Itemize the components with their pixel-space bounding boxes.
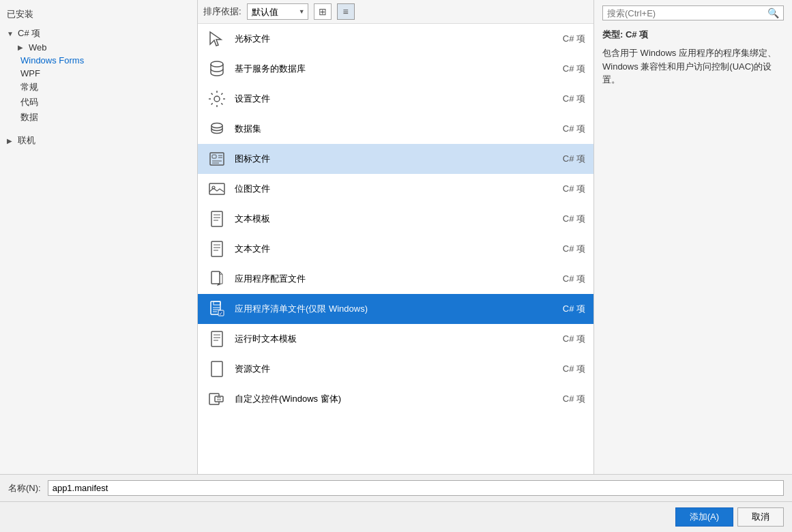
dataset-name: 数据集 bbox=[235, 123, 551, 135]
windows-forms-label: Windows Forms bbox=[20, 55, 84, 65]
list-icon: ≡ bbox=[343, 6, 349, 17]
wpf-label: WPF bbox=[20, 68, 40, 78]
daima-label: 代码 bbox=[20, 97, 38, 107]
description-text: 包含用于 Windows 应用程序的程序集绑定、Windows 兼容性和用户访问… bbox=[602, 46, 784, 87]
lianji-arrow: ▶ bbox=[7, 137, 16, 145]
text-template-tag: C# 项 bbox=[551, 213, 585, 225]
text-template-name: 文本模板 bbox=[235, 213, 551, 225]
cursor-file-tag: C# 项 bbox=[551, 33, 585, 45]
db-service-name: 基于服务的数据库 bbox=[235, 63, 551, 75]
web-arrow: ▶ bbox=[18, 44, 27, 51]
name-label: 名称(N): bbox=[8, 482, 41, 494]
sort-select-wrapper[interactable]: 默认值 名称 类型 bbox=[247, 3, 308, 20]
svg-rect-34 bbox=[215, 396, 223, 402]
bitmap-tag: C# 项 bbox=[551, 183, 585, 195]
svg-rect-12 bbox=[211, 211, 222, 226]
svg-rect-28 bbox=[211, 331, 222, 346]
resource-file-icon bbox=[206, 358, 228, 380]
item-cursor-file[interactable]: 光标文件 C# 项 bbox=[198, 24, 593, 54]
item-db-service[interactable]: 基于服务的数据库 C# 项 bbox=[198, 54, 593, 84]
cursor-file-name: 光标文件 bbox=[235, 33, 551, 45]
tree-item-daima[interactable]: 代码 bbox=[0, 95, 197, 110]
bitmap-icon bbox=[206, 178, 228, 200]
custom-control-name: 自定义控件(Windows 窗体) bbox=[235, 393, 551, 405]
dataset-icon bbox=[206, 118, 228, 140]
search-input[interactable] bbox=[607, 8, 767, 18]
svg-point-2 bbox=[214, 96, 220, 102]
settings-file-icon bbox=[206, 88, 228, 110]
svg-point-3 bbox=[211, 123, 222, 128]
icon-file-tag: C# 项 bbox=[551, 153, 585, 165]
tree-item-lianji[interactable]: ▶ 联机 bbox=[0, 133, 197, 148]
sort-label: 排序依据: bbox=[203, 5, 241, 18]
svg-rect-16 bbox=[211, 241, 222, 256]
resource-file-name: 资源文件 bbox=[235, 363, 551, 375]
svg-text:✓: ✓ bbox=[219, 311, 223, 316]
search-box[interactable]: 🔍 bbox=[602, 5, 784, 20]
svg-rect-5 bbox=[212, 155, 216, 158]
db-service-tag: C# 项 bbox=[551, 63, 585, 75]
item-manifest[interactable]: ✓ 应用程序清单文件(仅限 Windows) C# 项 bbox=[198, 294, 593, 324]
item-text-template[interactable]: 文本模板 C# 项 bbox=[198, 204, 593, 234]
tree-item-windows-forms[interactable]: Windows Forms bbox=[0, 54, 197, 67]
grid-view-button[interactable]: ⊞ bbox=[314, 3, 332, 20]
installed-label: 已安装 bbox=[0, 5, 197, 26]
svg-rect-20 bbox=[211, 271, 220, 284]
type-label: 类型: C# 项 bbox=[602, 29, 784, 41]
item-text-file[interactable]: 文本文件 C# 项 bbox=[198, 234, 593, 264]
list-view-button[interactable]: ≡ bbox=[337, 3, 355, 20]
item-resource-file[interactable]: 资源文件 C# 项 bbox=[198, 354, 593, 384]
manifest-name: 应用程序清单文件(仅限 Windows) bbox=[235, 303, 551, 315]
left-panel: 已安装 ▼ C# 项 ▶ Web Windows Forms WPF 常规 代码… bbox=[0, 0, 198, 474]
custom-control-tag: C# 项 bbox=[551, 393, 585, 405]
item-bitmap[interactable]: 位图文件 C# 项 bbox=[198, 174, 593, 204]
text-file-icon bbox=[206, 238, 228, 260]
shuju-label: 数据 bbox=[20, 112, 38, 122]
text-template-icon bbox=[206, 208, 228, 230]
search-icon[interactable]: 🔍 bbox=[767, 8, 779, 18]
item-custom-control[interactable]: 自定义控件(Windows 窗体) C# 项 bbox=[198, 384, 593, 414]
runtime-text-tag: C# 项 bbox=[551, 333, 585, 345]
bitmap-name: 位图文件 bbox=[235, 183, 551, 195]
dataset-tag: C# 项 bbox=[551, 123, 585, 135]
items-list[interactable]: 光标文件 C# 项 基于服务的数据库 C# 项 bbox=[198, 24, 593, 474]
sort-select[interactable]: 默认值 名称 类型 bbox=[247, 3, 308, 20]
app-config-icon bbox=[206, 268, 228, 290]
changgui-label: 常规 bbox=[20, 82, 38, 92]
tree-item-changgui[interactable]: 常规 bbox=[0, 80, 197, 95]
name-input[interactable] bbox=[48, 480, 784, 496]
csharp-arrow: ▼ bbox=[7, 30, 16, 38]
svg-rect-32 bbox=[211, 361, 222, 376]
items-list-wrapper: 光标文件 C# 项 基于服务的数据库 C# 项 bbox=[198, 24, 593, 474]
item-dataset[interactable]: 数据集 C# 项 bbox=[198, 114, 593, 144]
cancel-button[interactable]: 取消 bbox=[737, 507, 784, 527]
text-file-tag: C# 项 bbox=[551, 243, 585, 255]
item-settings-file[interactable]: 设置文件 C# 项 bbox=[198, 84, 593, 114]
svg-rect-10 bbox=[209, 183, 224, 194]
tree-item-wpf[interactable]: WPF bbox=[0, 67, 197, 80]
bottom-bar: 名称(N): bbox=[0, 474, 792, 501]
svg-point-1 bbox=[211, 61, 223, 67]
text-file-name: 文本文件 bbox=[235, 243, 551, 255]
middle-toolbar: 排序依据: 默认值 名称 类型 ⊞ ≡ bbox=[198, 0, 593, 24]
lianji-label: 联机 bbox=[18, 134, 35, 147]
tree-item-csharp[interactable]: ▼ C# 项 bbox=[0, 26, 197, 41]
app-config-tag: C# 项 bbox=[551, 273, 585, 285]
right-panel: 🔍 类型: C# 项 包含用于 Windows 应用程序的程序集绑定、Windo… bbox=[594, 0, 792, 474]
item-icon-file[interactable]: 图标文件 C# 项 bbox=[198, 144, 593, 174]
footer-bar: 添加(A) 取消 bbox=[0, 501, 792, 532]
runtime-text-name: 运行时文本模板 bbox=[235, 333, 551, 345]
middle-panel: 排序依据: 默认值 名称 类型 ⊞ ≡ bbox=[198, 0, 594, 474]
tree-item-web[interactable]: ▶ Web bbox=[0, 41, 197, 54]
tree-item-shuju[interactable]: 数据 bbox=[0, 110, 197, 125]
csharp-label: C# 项 bbox=[18, 27, 40, 40]
cursor-file-icon bbox=[206, 28, 228, 50]
settings-file-tag: C# 项 bbox=[551, 93, 585, 105]
item-app-config[interactable]: 应用程序配置文件 C# 项 bbox=[198, 264, 593, 294]
icon-file-icon bbox=[206, 148, 228, 170]
web-label: Web bbox=[29, 42, 47, 53]
resource-file-tag: C# 项 bbox=[551, 363, 585, 375]
item-runtime-text[interactable]: 运行时文本模板 C# 项 bbox=[198, 324, 593, 354]
add-button[interactable]: 添加(A) bbox=[675, 507, 733, 527]
runtime-text-icon bbox=[206, 328, 228, 350]
